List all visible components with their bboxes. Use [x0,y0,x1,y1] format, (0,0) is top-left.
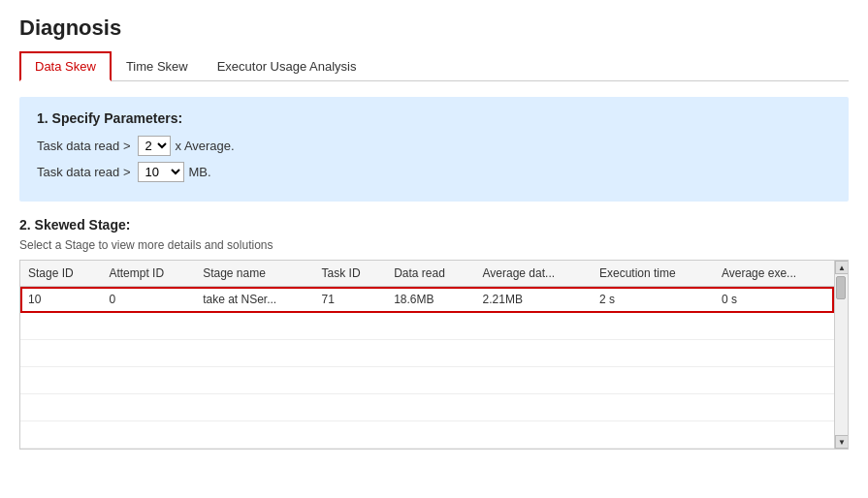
page-container: Diagnosis Data Skew Time Skew Executor U… [0,0,868,498]
scrollbar-thumb[interactable] [836,276,846,299]
scrollbar-up-button[interactable]: ▲ [835,261,849,274]
section2-subtitle: Select a Stage to view more details and … [19,238,849,252]
param-row-1: Task data read > 2 3 4 5 x Average. [37,136,831,156]
table-header-row: Stage ID Attempt ID Stage name Task ID D… [20,261,834,287]
cell-data-read: 18.6MB [386,287,474,313]
col-exec-time: Execution time [592,261,714,287]
tab-data-skew[interactable]: Data Skew [19,51,112,81]
table-row[interactable]: 10 0 take at NSer... 71 18.6MB 2.21MB 2 … [20,287,834,313]
param1-prefix: Task data read > [37,139,130,153]
param2-suffix: MB. [188,165,210,179]
param2-select[interactable]: 10 20 50 100 [138,162,184,182]
col-task-id: Task ID [314,261,387,287]
scrollbar[interactable]: ▲ ▼ [834,261,848,449]
cell-task-id: 71 [314,287,387,313]
parameters-section: 1. Specify Parameters: Task data read > … [19,97,849,202]
scrollbar-track [835,274,848,435]
cell-stage-name: take at NSer... [195,287,313,313]
cell-avg-data: 2.21MB [475,287,592,313]
param1-suffix: x Average. [175,139,234,153]
cell-stage-id: 10 [20,287,101,313]
empty-row-5 [20,421,834,449]
cell-exec-time: 2 s [592,287,714,313]
scrollbar-down-button[interactable]: ▼ [835,435,849,449]
skewed-stage-table: Stage ID Attempt ID Stage name Task ID D… [20,261,834,449]
tabs-bar: Data Skew Time Skew Executor Usage Analy… [19,50,849,81]
col-stage-id: Stage ID [20,261,101,287]
empty-row-2 [20,340,834,367]
col-stage-name: Stage name [195,261,313,287]
col-avg-exec: Average exe... [714,261,834,287]
param-row-2: Task data read > 10 20 50 100 MB. [37,162,831,182]
col-attempt-id: Attempt ID [101,261,195,287]
col-avg-data: Average dat... [475,261,592,287]
cell-attempt-id: 0 [101,287,195,313]
empty-row-4 [20,394,834,421]
empty-row-1 [20,313,834,340]
table-wrapper: Stage ID Attempt ID Stage name Task ID D… [19,260,849,450]
param2-prefix: Task data read > [37,165,130,179]
section1-title: 1. Specify Parameters: [37,110,831,126]
page-title: Diagnosis [19,16,849,41]
tab-executor-usage[interactable]: Executor Usage Analysis [203,52,371,80]
cell-avg-exec: 0 s [714,287,834,313]
skewed-stage-section: 2. Skewed Stage: Select a Stage to view … [19,217,849,450]
section2-title: 2. Skewed Stage: [19,217,849,233]
param1-select[interactable]: 2 3 4 5 [138,136,171,156]
main-content: 1. Specify Parameters: Task data read > … [19,81,849,498]
empty-row-3 [20,367,834,394]
tab-time-skew[interactable]: Time Skew [112,52,203,80]
col-data-read: Data read [386,261,474,287]
